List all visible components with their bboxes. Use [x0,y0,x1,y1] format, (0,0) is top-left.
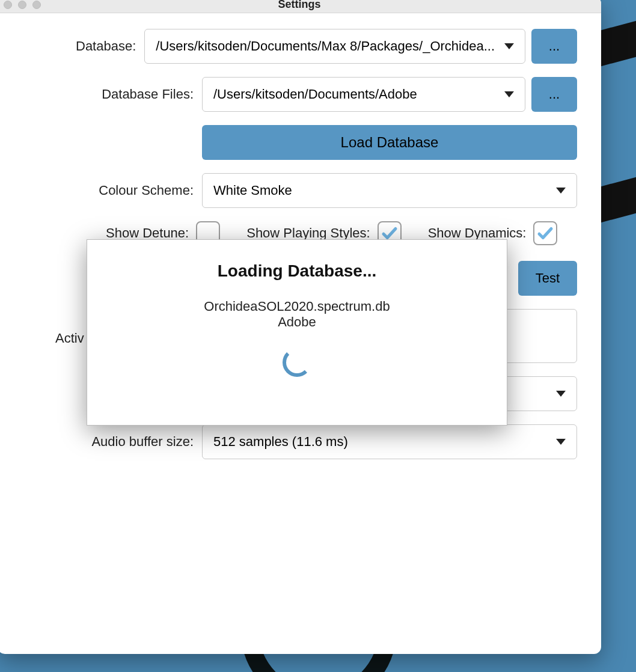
titlebar: Settings [0,0,601,13]
colour-scheme-value: White Smoke [213,183,292,198]
background-decor [600,17,636,66]
label-buffer-size: Audio buffer size: [10,434,202,450]
chevron-down-icon [556,391,566,397]
database-files-value: /Users/kitsoden/Documents/Adobe [213,87,417,102]
modal-line-2: Adobe [278,314,316,330]
label-colour-scheme: Colour Scheme: [10,183,202,198]
label-database-files: Database Files: [10,87,202,102]
database-select[interactable]: /Users/kitsoden/Documents/Max 8/Packages… [144,29,525,64]
spinner-icon [283,348,311,377]
buffer-size-select[interactable]: 512 samples (11.6 ms) [202,424,577,459]
background-decor [600,174,636,222]
show-dynamics-checkbox[interactable] [533,221,557,245]
database-value: /Users/kitsoden/Documents/Max 8/Packages… [156,38,495,54]
modal-line-1: OrchideaSOL2020.spectrum.db [204,299,390,314]
settings-window: Settings Database: /Users/kitsoden/Docum… [0,0,601,654]
load-database-button[interactable]: Load Database [202,125,577,160]
browse-database-button[interactable]: ... [531,29,577,64]
chevron-down-icon [504,91,514,97]
chevron-down-icon [556,188,566,194]
label-database: Database: [10,38,144,54]
buffer-size-value: 512 samples (11.6 ms) [213,434,348,450]
colour-scheme-select[interactable]: White Smoke [202,173,577,208]
browse-database-files-button[interactable]: ... [531,77,577,112]
chevron-down-icon [556,439,566,445]
label-active-cutoff: Activ [55,331,84,346]
window-title: Settings [0,0,601,11]
database-files-select[interactable]: /Users/kitsoden/Documents/Adobe [202,77,525,112]
chevron-down-icon [504,43,514,49]
modal-title: Loading Database... [218,261,377,281]
test-button[interactable]: Test [518,261,577,296]
loading-modal: Loading Database... OrchideaSOL2020.spec… [87,239,507,426]
check-icon [536,224,554,242]
